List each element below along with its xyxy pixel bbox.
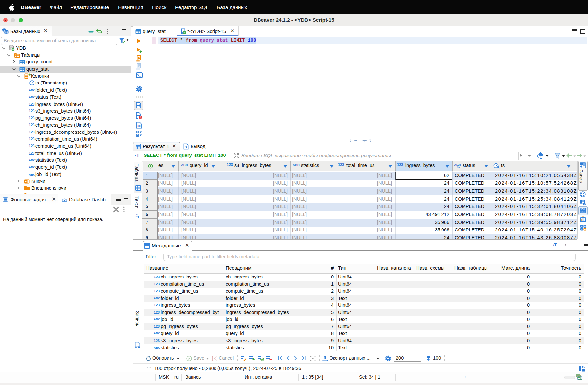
svg-text:{x}: {x} — [137, 124, 141, 127]
